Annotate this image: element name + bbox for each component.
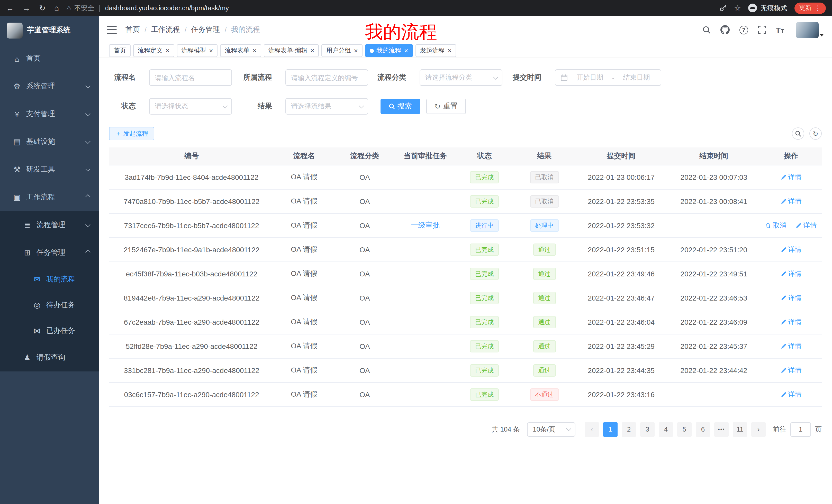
tab-close-icon[interactable]: × [354,47,358,54]
fullscreen-icon[interactable] [758,26,766,34]
sidebar-item[interactable]: ⚒ 研发工具 [0,156,99,184]
annotation-title: 我的流程 [365,20,437,44]
detail-link[interactable]: 详情 [781,341,802,351]
process-name-input[interactable] [149,69,232,86]
breadcrumb-label: 工作流程 [151,25,180,34]
next-page-button[interactable]: › [751,422,766,437]
detail-link[interactable]: 详情 [781,366,802,375]
breadcrumb-item[interactable]: 首页 / [126,25,151,34]
detail-link[interactable]: 详情 [781,293,802,302]
sidebar-item[interactable]: ♟ 请假查询 [0,344,99,371]
submit-time-range-picker[interactable]: 开始日期 - 结束日期 [555,69,661,86]
cancel-link[interactable]: 取消 [765,221,786,230]
search-icon[interactable] [702,26,710,34]
create-process-button[interactable]: ＋ 发起流程 [109,127,154,140]
sidebar-item[interactable]: ≣ 流程管理 [0,211,99,239]
refresh-table-icon[interactable]: ↻ [809,128,822,140]
reload-icon[interactable]: ↻ [39,4,46,12]
page-button[interactable]: 5 [677,422,692,437]
tab[interactable]: 首页 [109,44,131,57]
cell-category: OA [334,237,395,261]
sidebar-item[interactable]: ⚙ 系统管理 [0,73,99,100]
tab-close-icon[interactable]: × [253,47,256,54]
category-select[interactable]: 请选择流程分类 [420,69,502,86]
search-button[interactable]: 搜索 [381,99,420,114]
detail-link[interactable]: 详情 [781,269,802,278]
reset-button[interactable]: ↻ 重置 [426,99,466,114]
current-task-link[interactable]: 一级审批 [411,221,440,229]
result-tag: 已取消 [530,171,559,183]
tab[interactable]: 流程定义 × [133,44,174,57]
detail-link[interactable]: 详情 [781,245,802,254]
tab[interactable]: 发起流程 × [415,44,456,57]
tab-close-icon[interactable]: × [209,47,213,54]
goto-page-input[interactable] [790,422,811,437]
detail-label: 详情 [788,317,802,327]
detail-link[interactable]: 详情 [781,317,802,327]
result-tag: 通过 [533,364,555,376]
back-icon[interactable]: ← [6,4,14,12]
breadcrumb-item[interactable]: 我的流程 / [231,25,260,34]
detail-link[interactable]: 详情 [781,172,802,181]
sidebar-toggle-icon[interactable] [107,26,117,34]
tab[interactable]: 流程表单-编辑 × [264,44,319,57]
bookmark-star-icon[interactable]: ☆ [734,3,741,12]
browser-menu-icon[interactable]: ⋮ [814,4,821,12]
sidebar-item[interactable]: ✉ 我的流程 [0,267,99,292]
tab[interactable]: 流程模型 × [177,44,217,57]
sidebar-item[interactable]: ⌂ 首页 [0,45,99,73]
font-size-icon[interactable]: TT [776,25,784,34]
password-key-icon[interactable] [719,4,727,12]
page-size-select[interactable]: 10条/页 [527,422,575,437]
help-icon[interactable]: ? [739,25,748,34]
tab[interactable]: 用户分组 × [322,44,363,57]
status-select[interactable]: 请选择状态 [149,98,232,115]
sidebar-item[interactable]: ¥ 支付管理 [0,100,99,128]
result-select[interactable]: 请选择流结果 [285,98,368,115]
tab-close-icon[interactable]: × [448,47,451,54]
toggle-search-icon[interactable] [792,128,804,140]
breadcrumb-item[interactable]: 任务管理 / [191,25,231,34]
page-button[interactable]: 4 [659,422,673,437]
result-tag: 通过 [533,243,555,256]
sidebar-item[interactable]: ⊞ 任务管理 [0,239,99,267]
prev-page-button[interactable]: ‹ [585,422,599,437]
tab[interactable]: 我的流程 × [365,44,413,57]
page-button[interactable]: ••• [714,422,729,437]
detail-link[interactable]: 详情 [796,221,816,230]
tab-close-icon[interactable]: × [311,47,314,54]
reset-button-label: 重置 [443,102,458,111]
chevron-icon [85,194,90,199]
update-button[interactable]: 更新 ⋮ [795,2,826,13]
detail-link[interactable]: 详情 [781,390,802,399]
page-button[interactable]: 11 [733,422,747,437]
page-button[interactable]: 2 [622,422,636,437]
tab[interactable]: 流程表单 × [220,44,261,57]
sidebar-item[interactable]: ▣ 工作流程 [0,184,99,211]
page-button[interactable]: 6 [696,422,710,437]
process-definition-input-field[interactable] [291,74,363,81]
user-avatar[interactable] [796,22,818,38]
forward-icon[interactable]: → [23,4,30,12]
cell-category: OA [334,213,395,237]
breadcrumb-item[interactable]: 工作流程 / [151,25,191,34]
detail-link[interactable]: 详情 [781,197,802,206]
page-button[interactable]: 1 [603,422,618,437]
sidebar-item[interactable]: ◎ 待办任务 [0,292,99,318]
cell-category: OA [334,358,395,382]
sidebar-item-label: 待办任务 [46,301,90,310]
address-bar[interactable]: ⚠ 不安全 dashboard.yudao.iocoder.cn/bpm/tas… [66,3,713,12]
sidebar-item-label: 系统管理 [26,82,85,91]
browser-home-icon[interactable]: ⌂ [54,4,59,12]
chevron-icon [85,222,90,227]
process-definition-input[interactable] [285,69,368,86]
sidebar-item[interactable]: ▤ 基础设施 [0,128,99,156]
sidebar-item-label: 请假查询 [36,353,90,362]
status-tag: 已完成 [470,316,499,328]
github-icon[interactable] [720,25,729,34]
tab-close-icon[interactable]: × [165,47,170,54]
tab-close-icon[interactable]: × [404,47,408,54]
page-button[interactable]: 3 [640,422,655,437]
process-name-input-field[interactable] [155,74,226,81]
sidebar-item[interactable]: ⋈ 已办任务 [0,318,99,344]
